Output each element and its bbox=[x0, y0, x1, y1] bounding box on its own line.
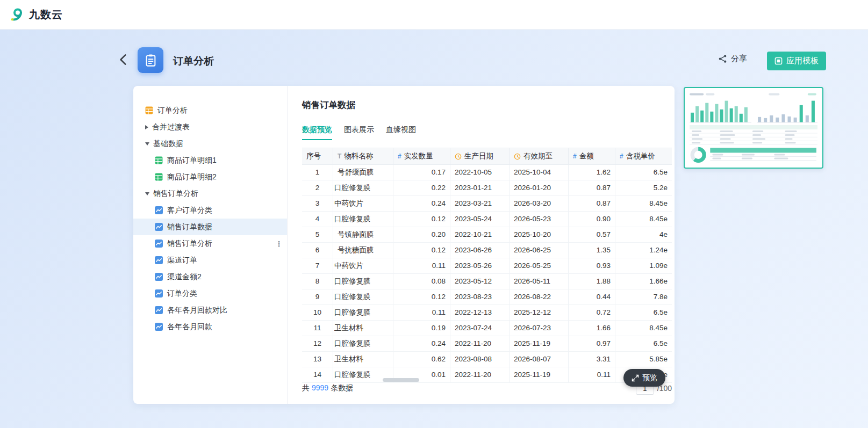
table-cell: 0.08 bbox=[393, 274, 450, 289]
more-menu-icon[interactable]: ⋮ bbox=[275, 240, 283, 248]
sidebar-item[interactable]: 合并过渡表 bbox=[133, 119, 287, 135]
table-cell: 1.62 bbox=[569, 165, 615, 180]
sidebar-item[interactable]: 客户订单分类 bbox=[133, 202, 287, 219]
table-cell: 8.45e bbox=[615, 321, 672, 336]
sidebar-item[interactable]: 各年各月回款 bbox=[133, 318, 287, 335]
table-cell: 1.66e bbox=[615, 274, 672, 289]
sidebar-item[interactable]: 订单分类 bbox=[133, 285, 287, 302]
sidebar-item-label: 渠道金额2 bbox=[167, 272, 202, 282]
table-cell: 2025-10-20 bbox=[510, 227, 569, 242]
column-header[interactable]: 有效期至 bbox=[510, 148, 569, 164]
sidebar-item[interactable]: 商品订单明细1 bbox=[133, 152, 287, 169]
column-header[interactable]: #实发数量 bbox=[393, 148, 450, 164]
sidebar-item-label: 各年各月回款 bbox=[167, 322, 212, 332]
table-cell: 2023-05-12 bbox=[450, 274, 510, 289]
sidebar-item[interactable]: 销售订单分析 bbox=[133, 185, 287, 202]
data-table: 序号T物料名称#实发数量生产日期有效期至#金额#含税单价 1号舒缓面膜0.172… bbox=[302, 148, 672, 383]
preview-label: 预览 bbox=[642, 373, 657, 383]
jiushuyun-logo-icon bbox=[10, 7, 25, 22]
table-cell: 4e bbox=[615, 227, 672, 242]
sidebar-item[interactable]: 渠道金额2 bbox=[133, 269, 287, 285]
sidebar-item[interactable]: 销售订单数据 bbox=[133, 219, 287, 235]
table-row: 4口腔修复膜0.122023-05-242026-05-230.908.45e bbox=[302, 212, 672, 227]
table-cell: 2023-01-21 bbox=[450, 180, 510, 195]
sidebar-item[interactable]: 订单分析 bbox=[133, 102, 287, 119]
table-cell: 2025-10-04 bbox=[510, 165, 569, 180]
table-cell: 口腔修复膜 bbox=[333, 212, 393, 227]
dataset-title: 销售订单数据 bbox=[302, 99, 675, 110]
apply-template-button[interactable]: 应用模板 bbox=[767, 52, 826, 70]
page-title: 订单分析 bbox=[173, 54, 214, 68]
expand-arrow-icon[interactable] bbox=[145, 125, 148, 129]
table-cell: 8 bbox=[302, 274, 333, 289]
collapse-arrow-icon[interactable] bbox=[145, 192, 149, 195]
sidebar-item-label: 客户订单分类 bbox=[167, 206, 212, 215]
sidebar-item[interactable]: 商品订单明细2 bbox=[133, 169, 287, 185]
table-cell: 6 bbox=[302, 243, 333, 258]
date-type-icon bbox=[455, 153, 462, 160]
table-cell: 0.19 bbox=[393, 321, 450, 336]
sidebar-item-label: 基础数据 bbox=[153, 139, 183, 149]
workspace-background: 订单分析 分享 应用模板 订单分析合并过渡表基础数据商品订单明细1商品订单明细2… bbox=[0, 30, 868, 428]
table-cell: 1.66 bbox=[569, 321, 615, 336]
share-button[interactable]: 分享 bbox=[718, 54, 747, 64]
table-row: 12口腔修复膜0.242022-11-202025-11-190.976.5e bbox=[302, 336, 672, 352]
table-cell: 12 bbox=[302, 336, 333, 351]
table-cell: 2026-06-25 bbox=[510, 243, 569, 258]
table-cell: 0.87 bbox=[569, 180, 615, 195]
table-cell: 0.20 bbox=[393, 227, 450, 242]
table-cell: 卫生材料 bbox=[333, 321, 393, 336]
sidebar-item[interactable]: 渠道订单 bbox=[133, 252, 287, 269]
column-header[interactable]: #含税单价 bbox=[615, 148, 672, 164]
table-cell: 0.62 bbox=[393, 352, 450, 367]
table-row: 7中药饮片0.112023-05-262026-05-250.931.09e bbox=[302, 258, 672, 274]
line-chart-icon bbox=[155, 256, 163, 264]
table-cell: 0.12 bbox=[393, 289, 450, 304]
tab-chart-display[interactable]: 图表展示 bbox=[344, 125, 374, 139]
column-header[interactable]: 生产日期 bbox=[450, 148, 510, 164]
app-logo[interactable]: 九数云 bbox=[10, 7, 63, 22]
sidebar-item-label: 销售订单数据 bbox=[167, 222, 212, 232]
tab-lineage-view[interactable]: 血缘视图 bbox=[386, 125, 416, 139]
tab-data-preview[interactable]: 数据预览 bbox=[302, 125, 332, 140]
line-chart-icon bbox=[155, 240, 163, 248]
chevron-left-icon bbox=[118, 53, 130, 67]
table-cell: 8.45e bbox=[615, 212, 672, 227]
preview-button[interactable]: 预览 bbox=[623, 369, 665, 387]
table-cell: 0.11 bbox=[393, 305, 450, 320]
table-cell: 3 bbox=[302, 196, 333, 211]
table-cell: 中药饮片 bbox=[333, 196, 393, 211]
table-cell: 0.24 bbox=[393, 336, 450, 351]
back-button[interactable] bbox=[116, 52, 131, 68]
table-cell: 6.5e bbox=[615, 305, 672, 320]
main-card: 订单分析合并过渡表基础数据商品订单明细1商品订单明细2销售订单分析客户订单分类销… bbox=[133, 86, 675, 404]
collapse-arrow-icon[interactable] bbox=[145, 142, 149, 146]
share-icon bbox=[718, 54, 727, 63]
table-icon bbox=[155, 173, 163, 181]
table-cell: 0.11 bbox=[393, 258, 450, 273]
table-cell: 2026-08-22 bbox=[510, 289, 569, 304]
dashboard-thumbnail[interactable] bbox=[684, 87, 823, 169]
column-header[interactable]: T物料名称 bbox=[333, 148, 393, 164]
table-cell: 1.24e bbox=[615, 243, 672, 258]
table-cell: 0.17 bbox=[393, 165, 450, 180]
sidebar: 订单分析合并过渡表基础数据商品订单明细1商品订单明细2销售订单分析客户订单分类销… bbox=[133, 86, 288, 404]
table-cell: 6.5e bbox=[615, 336, 672, 351]
table-cell: 2023-08-23 bbox=[450, 289, 510, 304]
dashboard-thumbnail-image bbox=[687, 91, 820, 165]
table-cell: 0.22 bbox=[393, 180, 450, 195]
sidebar-item[interactable]: 基础数据 bbox=[133, 135, 287, 152]
table-cell: 2026-07-23 bbox=[510, 321, 569, 336]
table-cell: 5.85e bbox=[615, 352, 672, 367]
line-chart-icon bbox=[155, 273, 163, 281]
table-cell: 0.12 bbox=[393, 243, 450, 258]
table-cell: 8.45e bbox=[615, 196, 672, 211]
table-body: 1号舒缓面膜0.172022-10-052025-10-041.626.5e2口… bbox=[302, 165, 672, 383]
table-cell: 1.88 bbox=[569, 274, 615, 289]
column-header[interactable]: 序号 bbox=[302, 148, 333, 164]
analysis-doc-icon bbox=[138, 47, 163, 73]
sidebar-item[interactable]: 销售订单分析⋮ bbox=[133, 235, 287, 252]
column-header[interactable]: #金额 bbox=[569, 148, 615, 164]
share-label: 分享 bbox=[731, 54, 747, 64]
sidebar-item[interactable]: 各年各月回款对比 bbox=[133, 302, 287, 318]
